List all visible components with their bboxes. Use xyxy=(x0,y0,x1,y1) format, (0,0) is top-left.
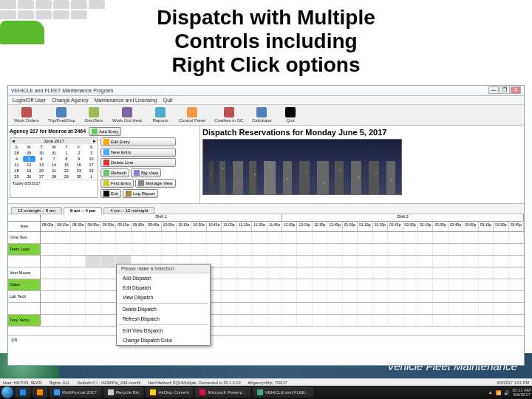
schedule-cell[interactable] xyxy=(403,315,418,326)
schedule-cell[interactable] xyxy=(418,232,433,243)
schedule-cell[interactable] xyxy=(449,315,463,326)
schedule-cell[interactable] xyxy=(433,303,448,314)
schedule-cell[interactable] xyxy=(71,232,86,243)
refresh-button[interactable]: Refresh xyxy=(100,168,129,177)
taskbar-item[interactable]: Microsoft Powerp... xyxy=(195,387,250,398)
schedule-cell[interactable] xyxy=(86,303,100,314)
schedule-cell[interactable] xyxy=(373,279,388,290)
schedule-cell[interactable] xyxy=(313,267,327,279)
cal-day[interactable]: 3 xyxy=(85,150,98,156)
schedule-cell[interactable] xyxy=(41,315,55,326)
schedule-cell[interactable] xyxy=(449,291,463,302)
schedule-cell[interactable] xyxy=(343,256,358,267)
schedule-cell[interactable] xyxy=(433,267,448,279)
taskbar-item[interactable] xyxy=(33,387,47,398)
cal-day[interactable]: 22 xyxy=(60,168,72,174)
toolbar-trip-fuel-disp[interactable]: Trip/Fuel/Disp xyxy=(45,106,78,123)
schedule-cell[interactable] xyxy=(463,279,478,290)
menu-quit[interactable]: Quit xyxy=(163,98,173,103)
schedule-cell[interactable] xyxy=(313,315,327,326)
schedule-cell[interactable] xyxy=(282,256,297,267)
log-report-button[interactable]: Log Report xyxy=(123,189,158,198)
schedule-cell[interactable] xyxy=(418,279,433,290)
cal-day[interactable]: 2 xyxy=(72,150,85,156)
schedule-cell[interactable] xyxy=(479,315,494,326)
schedule-cell[interactable] xyxy=(222,303,236,314)
schedule-cell[interactable] xyxy=(86,279,100,290)
cal-day[interactable]: 7 xyxy=(48,156,61,162)
schedule-cell[interactable] xyxy=(327,267,342,279)
schedule-cell[interactable] xyxy=(55,244,70,255)
schedule-cell[interactable] xyxy=(449,232,463,243)
cal-day[interactable]: 1 xyxy=(60,150,72,156)
cal-day[interactable]: 9 xyxy=(72,156,85,162)
schedule-cell[interactable] xyxy=(388,267,403,279)
taskbar-item[interactable]: Recycle Bin xyxy=(103,387,144,398)
schedule-cell[interactable] xyxy=(222,315,236,326)
schedule-cell[interactable] xyxy=(252,291,267,302)
schedule-cell[interactable] xyxy=(403,291,418,302)
schedule-cell[interactable] xyxy=(101,244,116,255)
schedule-cell[interactable] xyxy=(494,256,508,267)
cal-day[interactable]: 15 xyxy=(60,162,72,168)
cal-day[interactable]: 17 xyxy=(85,162,98,168)
schedule-cell[interactable] xyxy=(101,279,116,290)
schedule-cell[interactable] xyxy=(132,244,146,255)
schedule-cell[interactable] xyxy=(237,267,252,279)
schedule-cell[interactable] xyxy=(267,267,282,279)
schedule-cell[interactable] xyxy=(433,315,448,326)
schedule-cell[interactable] xyxy=(463,256,478,267)
schedule-cell[interactable] xyxy=(237,291,252,302)
schedule-cell[interactable] xyxy=(86,315,100,326)
cal-day[interactable]: 8 xyxy=(60,156,72,162)
schedule-cell[interactable] xyxy=(297,256,312,267)
network-icon[interactable]: 📶 xyxy=(496,390,501,395)
start-button[interactable] xyxy=(1,386,13,398)
schedule-cell[interactable] xyxy=(252,279,267,290)
schedule-cell[interactable] xyxy=(41,256,55,267)
schedule-cell[interactable] xyxy=(313,244,327,255)
schedule-cell[interactable] xyxy=(86,267,100,279)
schedule-cell[interactable] xyxy=(55,291,70,302)
schedule-cell[interactable] xyxy=(479,244,494,255)
schedule-cell[interactable] xyxy=(463,303,478,314)
cal-prev[interactable]: ◄ xyxy=(11,139,16,143)
cal-day[interactable]: 30 xyxy=(35,150,48,156)
schedule-cell[interactable] xyxy=(418,256,433,267)
schedule-cell[interactable] xyxy=(313,256,327,267)
schedule-cell[interactable] xyxy=(327,291,342,302)
toolbar-reports[interactable]: Reports xyxy=(148,106,173,123)
schedule-cell[interactable] xyxy=(327,256,342,267)
schedule-cell[interactable] xyxy=(252,232,267,243)
system-tray[interactable]: ▲ 📶 🔊 10:11 AM 6/6/2017 xyxy=(488,388,531,397)
tab-4pm-midnight[interactable]: 4 pm – 12 midnight xyxy=(103,207,154,214)
maximize-button[interactable]: ❐ xyxy=(499,86,510,94)
schedule-cell[interactable] xyxy=(449,256,463,267)
schedule-cell[interactable] xyxy=(41,267,55,279)
context-menu-item[interactable]: View Dispatch xyxy=(117,293,210,302)
cal-day[interactable]: 19 xyxy=(23,168,35,174)
schedule-cell[interactable] xyxy=(433,232,448,243)
resource-row-label[interactable]: Vern Moore xyxy=(8,267,41,279)
schedule-cell[interactable] xyxy=(494,267,508,279)
schedule-cell[interactable] xyxy=(343,244,358,255)
schedule-cell[interactable] xyxy=(433,244,448,255)
schedule-cell[interactable] xyxy=(509,267,524,279)
resource-row-label[interactable]: Tony Vento xyxy=(8,315,41,327)
schedule-cell[interactable] xyxy=(297,303,312,314)
cal-day[interactable]: 13 xyxy=(35,162,48,168)
schedule-cell[interactable] xyxy=(373,291,388,302)
schedule-cell[interactable] xyxy=(222,244,236,255)
schedule-cell[interactable] xyxy=(55,267,70,279)
schedule-cell[interactable] xyxy=(237,256,252,267)
toolbar-crashes-in-sc[interactable]: Crashes in SC xyxy=(211,106,246,123)
cal-day[interactable]: 18 xyxy=(10,168,23,174)
cal-day[interactable]: 11 xyxy=(10,162,23,168)
schedule-cell[interactable] xyxy=(403,256,418,267)
tab-midnight-8am[interactable]: 12 midnight – 8 am xyxy=(11,207,62,214)
volume-icon[interactable]: 🔊 xyxy=(504,390,509,395)
schedule-cell[interactable] xyxy=(418,315,433,326)
cal-day[interactable]: 30 xyxy=(72,174,85,180)
schedule-cell[interactable] xyxy=(494,291,508,302)
toolbar-control-panel[interactable]: Control Panel xyxy=(176,106,208,123)
